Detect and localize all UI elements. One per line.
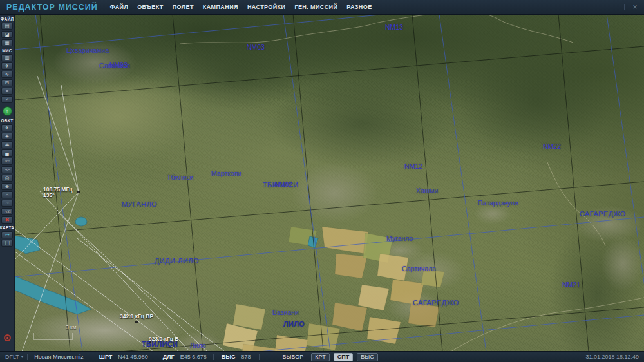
menu-campaign[interactable]: КАМПАНИЯ <box>203 4 238 10</box>
tool-icon: ⊡ <box>5 81 9 85</box>
tool-icon: ▤ <box>5 24 9 28</box>
delete-object-button[interactable]: ✖ <box>1 216 13 224</box>
divider <box>155 354 155 360</box>
main-menu: ФАЙЛОБЪЕКТПОЛЕТКАМПАНИЯНАСТРОЙКИГЕН. МИС… <box>110 4 372 10</box>
tool-icon: ▦ <box>5 41 9 45</box>
map-key-button[interactable]: ⊶ <box>1 231 13 238</box>
new-mission-button[interactable]: ▤ <box>1 23 13 30</box>
altitude-label: ВЫС <box>222 354 236 360</box>
longitude-label: ДЛГ <box>163 354 175 360</box>
add-helicopter-button[interactable]: ✳ <box>1 133 13 140</box>
open-mission-button[interactable]: ◪ <box>1 31 13 38</box>
divider <box>27 354 28 360</box>
tool-icon: ⏏ <box>5 142 9 147</box>
add-initial-point-button[interactable]: △◇□ <box>1 208 13 215</box>
mission-check-button[interactable]: ✓ <box>1 96 13 103</box>
view-toggles: КРТСПТВЫС <box>311 353 377 361</box>
select-mode-label: ВЫБОР <box>283 354 304 360</box>
scale-bar <box>33 333 73 339</box>
tool-icon: ⊗ <box>5 184 9 189</box>
tool-icon: △◇□ <box>5 209 10 214</box>
tool-icon: ✈ <box>5 64 9 68</box>
menu-settings[interactable]: НАСТРОЙКИ <box>247 4 285 10</box>
close-icon[interactable]: × <box>630 2 640 12</box>
add-static-object-button[interactable]: –○– <box>1 166 13 173</box>
sidebar-section-mission: МИС <box>2 48 12 53</box>
tool-icon: ◎ <box>5 176 10 180</box>
preset-dropdown[interactable]: DFLT ▾ <box>5 354 23 360</box>
toggle-elevation-view[interactable]: ВЫС <box>357 353 377 361</box>
tool-icon: ▥ <box>5 55 9 60</box>
toggle-map-view[interactable]: КРТ <box>311 353 329 361</box>
fly-mission-button[interactable]: ↑ <box>3 106 12 116</box>
app-title: РЕДАКТОР МИССИЙ <box>0 3 98 12</box>
add-trigger-zone-button[interactable]: ⊗ <box>1 183 13 190</box>
tool-icon: ∿ <box>5 72 9 77</box>
map-canvas[interactable]: ЦхваричамиаСаваналаNM93NM03NM13NM22NM12N… <box>14 14 644 352</box>
briefing-button[interactable]: ▥ <box>1 54 13 61</box>
menu-object[interactable]: ОБЪЕКТ <box>137 4 164 10</box>
menu-file[interactable]: ФАЙЛ <box>110 4 128 10</box>
divider <box>104 4 104 10</box>
add-vehicle-button[interactable]: ▄ <box>1 149 13 157</box>
divider <box>259 354 260 360</box>
tool-icon: ⌂ <box>6 193 9 197</box>
tool-icon: ⊶ <box>5 233 10 237</box>
tool-icon: ◌◌ <box>6 201 9 205</box>
tool-icon: ≡ <box>6 89 8 93</box>
toggle-satellite-view[interactable]: СПТ <box>334 353 353 361</box>
top-menu-bar: РЕДАКТОР МИССИЙ ФАЙЛОБЪЕКТПОЛЕТКАМПАНИЯН… <box>0 0 644 15</box>
tool-icon: –○– <box>5 167 9 172</box>
chevron-down-icon: ▾ <box>21 354 24 359</box>
tool-icon: ✳ <box>5 134 9 138</box>
tool-icon: ○○○ <box>5 159 10 164</box>
status-bar: DFLT ▾ Новая Миссия.miz ШРТ N41 45.980 Д… <box>0 351 644 362</box>
preset-label: DFLT <box>5 354 19 360</box>
add-train-button[interactable]: ○○○ <box>1 158 13 165</box>
latitude-value: N41 45.980 <box>118 354 148 360</box>
divider <box>213 354 214 360</box>
warning-indicator-icon[interactable] <box>4 334 11 341</box>
tool-icon: ✖ <box>5 218 10 222</box>
tool-icon: ✈ <box>5 126 9 130</box>
add-template-button[interactable]: ◎ <box>1 175 13 182</box>
tool-icon: ▄ <box>5 151 8 155</box>
add-ship-button[interactable]: ⏏ <box>1 141 13 148</box>
altitude-value: 878 <box>242 354 251 360</box>
tool-icon: ✓ <box>5 97 9 102</box>
bullseye-button[interactable]: ⊡ <box>1 79 13 86</box>
add-airplane-button[interactable]: ✈ <box>1 124 13 131</box>
menu-mission-generator[interactable]: ГЕН. МИССИЙ <box>294 4 337 10</box>
map-overlay <box>14 14 644 352</box>
sidebar-section-map: КАРТА <box>0 225 14 230</box>
add-farp-button[interactable]: ⌂ <box>1 191 13 198</box>
mission-filename: Новая Миссия.miz <box>34 354 84 360</box>
latitude-label: ШРТ <box>99 354 112 360</box>
tool-sidebar: ФАЙЛ ▤◪▦ МИС ▥✈∿⊡≡✓ ↑ ОБКТ ✈✳⏏▄○○○–○–◎⊗⌂… <box>0 14 15 352</box>
longitude-value: E45 6.678 <box>180 354 207 360</box>
route-tool-button[interactable]: ∿ <box>1 71 13 78</box>
measure-distance-button[interactable]: ├─┤ <box>1 240 13 247</box>
datetime-stamp: 31.01.2018 18:12:49 <box>585 354 639 360</box>
mission-resources-button[interactable]: ≡ <box>1 88 13 95</box>
add-linked-group-button[interactable]: ◌◌ <box>1 200 13 207</box>
tool-icon: ◪ <box>5 32 9 37</box>
sidebar-section-file: ФАЙЛ <box>1 17 14 21</box>
sidebar-section-objects: ОБКТ <box>1 119 13 123</box>
mission-goals-button[interactable]: ✈ <box>1 62 13 70</box>
menu-flight[interactable]: ПОЛЕТ <box>173 4 194 10</box>
menu-misc[interactable]: РАЗНОЕ <box>346 4 372 10</box>
divider <box>624 4 625 10</box>
tool-icon: ├─┤ <box>5 241 10 245</box>
save-mission-button[interactable]: ▦ <box>1 39 13 46</box>
mission-editor-window: РЕДАКТОР МИССИЙ ФАЙЛОБЪЕКТПОЛЕТКАМПАНИЯН… <box>0 0 644 362</box>
